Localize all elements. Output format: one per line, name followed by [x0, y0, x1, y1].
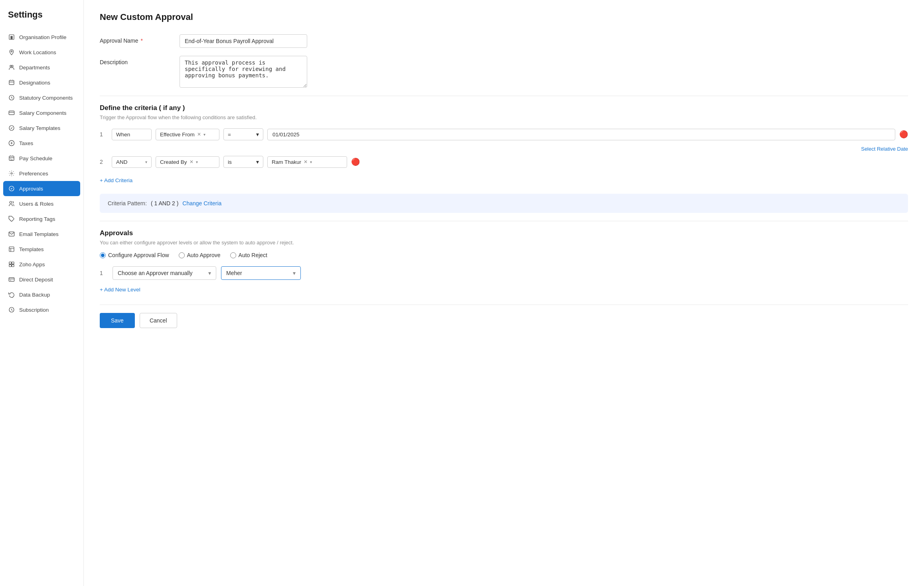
criteria-pattern-label: Criteria Pattern: [108, 200, 147, 206]
sidebar-item-label: Users & Roles [19, 201, 53, 207]
svg-rect-4 [9, 81, 14, 85]
svg-rect-16 [12, 262, 14, 264]
sidebar-item-salary-components[interactable]: Salary Components [0, 105, 83, 120]
criteria-section-title: Define the criteria ( if any ) [100, 104, 908, 112]
sidebar-item-label: Templates [19, 246, 44, 252]
add-new-level-button[interactable]: + Add New Level [100, 287, 140, 293]
criteria-section: Define the criteria ( if any ) Trigger t… [100, 104, 908, 213]
main-content: New Custom Approval Approval Name * Desc… [84, 0, 924, 586]
approver-method-select[interactable]: Choose an Approver manually ▾ [113, 266, 216, 280]
approvals-icon [8, 185, 15, 192]
sidebar-item-label: Email Templates [19, 231, 59, 237]
svg-rect-14 [9, 247, 14, 252]
sidebar-item-departments[interactable]: Departments [0, 60, 83, 75]
auto-reject-radio[interactable] [230, 252, 236, 258]
sidebar-item-work-locations[interactable]: Work Locations [0, 45, 83, 60]
description-input[interactable]: This approval process is specifically fo… [180, 56, 307, 88]
sidebar-item-subscription[interactable]: Subscription [0, 302, 83, 317]
backup-icon [8, 291, 15, 298]
zoho-icon [8, 261, 15, 268]
and-connector[interactable]: AND ▾ [112, 156, 152, 168]
approvals-section-title: Approvals [100, 229, 908, 237]
sidebar-item-designations[interactable]: Designations [0, 75, 83, 90]
criteria-pattern-box: Criteria Pattern: ( 1 AND 2 ) Change Cri… [100, 194, 908, 213]
sidebar-item-label: Taxes [19, 140, 33, 146]
sidebar-item-label: Subscription [19, 307, 49, 313]
add-criteria-button[interactable]: + Add Criteria [100, 177, 132, 183]
approvals-section-subtitle: You can either configure approver levels… [100, 240, 908, 246]
sidebar-item-label: Zoho Apps [19, 262, 45, 267]
sidebar-item-organisation-profile[interactable]: Organisation Profile [0, 29, 83, 45]
approver-row-1: 1 Choose an Approver manually ▾ Meher ▾ [100, 266, 908, 280]
when-connector[interactable]: When [112, 129, 152, 140]
created-by-field[interactable]: Created By ✕ ▾ [156, 156, 219, 168]
configure-radio[interactable] [100, 252, 106, 258]
sidebar-item-data-backup[interactable]: Data Backup [0, 287, 83, 302]
operator-2[interactable]: is ▾ [223, 156, 263, 168]
sidebar-item-label: Work Locations [19, 49, 56, 55]
taxes-icon [8, 140, 15, 147]
sidebar-item-label: Statutory Components [19, 95, 73, 101]
divider-2 [100, 221, 908, 221]
approver-num: 1 [100, 270, 108, 276]
effective-from-field[interactable]: Effective From ✕ ▾ [156, 129, 219, 140]
sidebar-item-pay-schedule[interactable]: Pay Schedule [0, 151, 83, 166]
cancel-button[interactable]: Cancel [140, 313, 177, 328]
close-icon[interactable]: ✕ [190, 159, 193, 165]
remove-criteria-2-button[interactable]: 🔴 [351, 157, 360, 166]
sidebar-item-templates[interactable]: Templates [0, 242, 83, 257]
save-button[interactable]: Save [100, 313, 135, 328]
subscription-icon [8, 306, 15, 313]
sidebar-item-label: Direct Deposit [19, 277, 53, 283]
relative-date-link[interactable]: Select Relative Date [100, 146, 908, 152]
sidebar-item-label: Designations [19, 80, 50, 86]
sidebar-item-reporting-tags[interactable]: Reporting Tags [0, 211, 83, 226]
svg-point-2 [10, 65, 12, 67]
sidebar-item-approvals[interactable]: Approvals [3, 181, 80, 196]
chevron-down-icon: ▾ [203, 132, 205, 137]
auto-approve-radio-item[interactable]: Auto Approve [179, 252, 221, 258]
approval-name-input[interactable] [180, 34, 307, 48]
close-icon[interactable]: ✕ [304, 159, 308, 165]
operator-1[interactable]: = ▾ [223, 128, 263, 140]
date-value-input[interactable] [267, 129, 895, 140]
svg-rect-17 [9, 265, 11, 267]
close-icon[interactable]: ✕ [197, 132, 201, 137]
templates-icon [8, 246, 15, 253]
sidebar-item-taxes[interactable]: Taxes [0, 136, 83, 151]
sidebar-item-label: Preferences [19, 171, 48, 177]
sidebar-item-zoho-apps[interactable]: Zoho Apps [0, 257, 83, 272]
svg-rect-19 [9, 277, 14, 281]
description-row: Description This approval process is spe… [100, 56, 908, 88]
salary-tmpl-icon [8, 124, 15, 132]
sidebar-item-statutory-components[interactable]: Statutory Components [0, 90, 83, 105]
remove-criteria-1-button[interactable]: 🔴 [899, 130, 908, 139]
auto-reject-radio-item[interactable]: Auto Reject [230, 252, 267, 258]
sidebar-item-label: Departments [19, 65, 50, 71]
chevron-down-icon: ▾ [208, 270, 211, 276]
approver-person-select[interactable]: Meher ▾ [221, 266, 301, 280]
change-criteria-button[interactable]: Change Criteria [182, 200, 221, 206]
location-icon [8, 49, 15, 56]
criteria-pattern-value: ( 1 AND 2 ) [151, 200, 178, 206]
sidebar-item-label: Pay Schedule [19, 155, 52, 161]
sidebar-item-direct-deposit[interactable]: Direct Deposit [0, 272, 83, 287]
divider-1 [100, 96, 908, 96]
sidebar-item-preferences[interactable]: Preferences [0, 166, 83, 181]
sidebar-item-users-roles[interactable]: Users & Roles [0, 196, 83, 211]
statutory-icon [8, 94, 15, 101]
sidebar-item-label: Data Backup [19, 292, 50, 298]
sidebar-item-email-templates[interactable]: Email Templates [0, 226, 83, 242]
sidebar-title: Settings [0, 10, 83, 29]
chevron-down-icon: ▾ [293, 270, 296, 276]
auto-approve-radio[interactable] [179, 252, 185, 258]
configure-radio-item[interactable]: Configure Approval Flow [100, 252, 169, 258]
svg-rect-6 [9, 111, 14, 114]
sidebar-item-salary-templates[interactable]: Salary Templates [0, 120, 83, 136]
chevron-down-icon: ▾ [310, 160, 312, 164]
reporting-icon [8, 215, 15, 222]
sidebar-item-label: Reporting Tags [19, 216, 55, 222]
sidebar-item-label: Approvals [19, 186, 43, 192]
designations-icon [8, 79, 15, 86]
ram-thakur-value[interactable]: Ram Thakur ✕ ▾ [267, 156, 347, 168]
